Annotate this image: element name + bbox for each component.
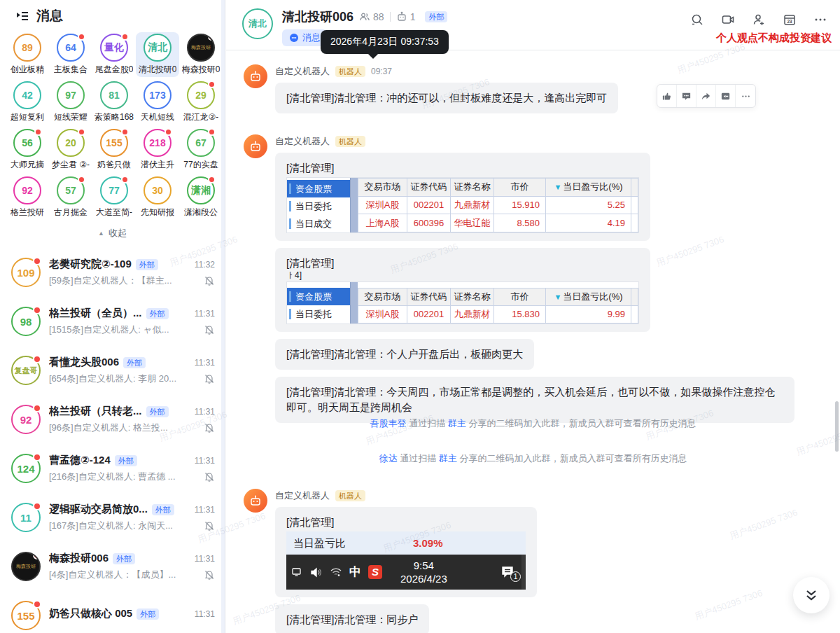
pinned-chat[interactable]: 潇湘潇湘段公 (179, 175, 223, 220)
external-badge: 外部 (136, 259, 158, 270)
chat-list-item[interactable]: 11 逻辑驱动交易简放0...外部11:31 [167条]自定义机器人: 永闯天… (0, 493, 225, 542)
sidebar-scrollbar-track[interactable] (221, 0, 225, 633)
message-bubble-image[interactable]: [清北管理] 当日盈亏比 3.09% 中 S 9:54 2026/4/23 (275, 507, 537, 597)
chat-list-item[interactable]: 98 格兰投研（全员）...外部11:31 [1515条]自定义机器人: ャ似.… (0, 297, 225, 346)
group-avatar[interactable]: 清北 (242, 8, 273, 39)
mute-bell-icon (204, 324, 215, 335)
chat-list-item[interactable]: 梅森投研 梅森投研006外部11:31 [4条]自定义机器人：【成员】... (0, 542, 225, 591)
chat-list-item[interactable]: 复盘哥 看懂龙头股006外部11:31 [654条]自定义机器人: 李朋 20.… (0, 346, 225, 395)
message-tag: [清北管理] (286, 515, 526, 530)
chat-time: 11:31 (195, 554, 215, 564)
pinned-chat[interactable]: 92格兰投研 (6, 175, 49, 220)
avatar: 98 (11, 307, 41, 336)
message-bubble[interactable]: [清北管理]清北管理：个人户开盘后出，板砸肉更大 (275, 339, 534, 370)
cropped-text-fragment: ㅏ4] (286, 271, 639, 280)
message-bubble[interactable]: [清北管理]清北管理：冲的还可以，但封板难度还是大，逢高出完即可 (275, 83, 618, 113)
timestamp-tooltip: 2026年4月23日 09:37:53 (321, 30, 449, 54)
pinned-chat[interactable]: 42超短复利 (6, 80, 49, 125)
pinned-chat[interactable]: 89创业板精 (6, 32, 49, 77)
sender-name[interactable]: 自定义机器人 (275, 65, 330, 78)
chat-title: 格兰投研（只转老... (49, 405, 142, 418)
calendar-icon[interactable]: 23 (783, 13, 797, 27)
pinned-chat[interactable]: 97短线荣耀 (49, 80, 92, 125)
member-link[interactable]: 徐达 (379, 453, 398, 464)
notification-center-icon: 1 (500, 565, 516, 579)
pinned-chat[interactable]: 81索策略168 (92, 80, 136, 125)
message-bubble-table[interactable]: [清北管理] ㅏ4] 资金股票 当日委托 交易市场 证券代码 证券名称 (275, 248, 650, 332)
unread-dot (33, 404, 41, 412)
bot-count[interactable]: 1 (396, 11, 416, 22)
pinned-chat[interactable]: 57古月掘金 (49, 175, 92, 220)
reply-icon[interactable] (677, 85, 696, 107)
external-badge: 外部 (152, 504, 174, 515)
member-count[interactable]: 88 (359, 11, 384, 22)
chat-list-item[interactable]: 155 奶爸只做核心 005外部11:31 (0, 591, 225, 633)
bot-avatar[interactable] (244, 489, 267, 513)
chat-panel: 清北 清北投研006 88 1 外部 消息 23 (226, 0, 840, 633)
sender-name[interactable]: 自定义机器人 (275, 489, 330, 502)
owner-link[interactable]: 群主 (439, 453, 457, 464)
chat-list-item[interactable]: 92 格兰投研（只转老...外部11:31 [96条]自定义机器人: 格兰投..… (0, 395, 225, 444)
forward-icon[interactable] (696, 85, 716, 107)
quote-icon[interactable] (716, 85, 736, 107)
chat-title: 老樊研究院②-109 (49, 258, 132, 271)
member-link[interactable]: 吾股丰登 (370, 418, 407, 429)
add-member-icon[interactable] (752, 13, 766, 27)
unread-dot (33, 306, 41, 314)
pinned-chat[interactable]: 64主板集合 (49, 32, 92, 77)
chat-scrollbar-thumb[interactable] (835, 401, 839, 452)
pinned-chat[interactable]: 173天机短线 (136, 80, 179, 125)
pinned-groups-grid: 89创业板精 64主板集合 量化尾盘金股0 清北清北投研0 梅森投研梅森投研0 … (0, 32, 225, 220)
sender-name[interactable]: 自定义机器人 (275, 135, 330, 148)
pinned-chat-selected[interactable]: 清北清北投研0 (136, 32, 179, 77)
divider (390, 12, 391, 22)
message-list[interactable]: 自定义机器人 机器人 09:37 [清北管理]清北管理：冲的还可以，但封板难度还… (226, 50, 840, 633)
bot-badge: 机器人 (335, 136, 365, 147)
chat-time: 11:31 (195, 456, 215, 466)
pinned-chat[interactable]: 155奶爸只做 (92, 127, 136, 172)
pinned-chat[interactable]: 20梦尘君 ②- (49, 127, 92, 172)
more-actions-icon[interactable] (736, 85, 755, 107)
chat-title: 格兰投研（全员）... (49, 307, 142, 320)
collapse-grid-button[interactable]: ▲ 收起 (0, 224, 225, 242)
message-bubble-table[interactable]: [清北管理] 资金股票 当日委托 当日成交 交易市场 证券代码 (275, 153, 650, 241)
chat-header: 清北 清北投研006 88 1 外部 消息 23 (226, 0, 840, 50)
nav-funds-stocks: 资金股票 (287, 288, 350, 305)
nav-separator (350, 178, 358, 232)
video-call-icon[interactable] (721, 13, 735, 27)
bot-avatar[interactable] (244, 64, 267, 88)
owner-link[interactable]: 群主 (448, 418, 466, 429)
thumbs-up-icon[interactable] (657, 85, 677, 107)
pnl-value: 3.09% (413, 536, 443, 551)
pinned-chat[interactable]: 量化尾盘金股0 (92, 32, 136, 77)
collapse-panel-icon[interactable] (15, 9, 29, 23)
pinned-chat[interactable]: 77大道至简- (92, 175, 136, 220)
pinned-chat[interactable]: 梅森投研梅森投研0 (179, 32, 223, 77)
trading-nav: 资金股票 当日委托 当日成交 (287, 178, 350, 232)
chat-list-item[interactable]: 109 老樊研究院②-109外部11:32 [59条]自定义机器人：【群主... (0, 248, 225, 297)
more-icon[interactable] (813, 13, 827, 27)
pinned-chat[interactable]: 30先知研报 (136, 175, 179, 220)
chat-list-item[interactable]: 124 曹孟德②-124外部11:31 [216条]自定义机器人: 曹孟德 ..… (0, 444, 225, 493)
pinned-chat[interactable]: 218潜伏主升 (136, 127, 179, 172)
chat-time: 11:32 (195, 260, 215, 270)
chat-title: 逻辑驱动交易简放0... (49, 503, 148, 516)
pinned-chat[interactable]: 56大师兄摘 (6, 127, 49, 172)
chat-time: 11:31 (195, 407, 215, 417)
chat-preview: [216条]自定义机器人: 曹孟德 ... (49, 471, 176, 483)
message-bubble[interactable]: [清北管理]清北管理：同步户 (275, 604, 429, 633)
sidebar: 消息 89创业板精 64主板集合 量化尾盘金股0 清北清北投研0 梅森投研梅森投… (0, 0, 225, 633)
header-actions: 23 (690, 13, 827, 27)
pinned-chat[interactable]: 29混江龙②- (179, 80, 223, 125)
unread-dot (33, 502, 41, 510)
search-icon[interactable] (690, 13, 704, 27)
pinned-chat[interactable]: 6777的实盘 (179, 127, 223, 172)
scroll-to-bottom-button[interactable] (793, 577, 830, 613)
unread-dot (33, 257, 41, 265)
chat-title: 看懂龙头股006 (49, 356, 119, 369)
message-bubble[interactable]: [清北管理]清北管理：今天周四，市场正常都是调整的，买入机会延后，也可以不做，如… (275, 377, 794, 423)
avatar: 155 (11, 601, 41, 630)
avatar: 109 (11, 258, 41, 287)
bot-avatar[interactable] (244, 134, 267, 158)
system-message: 吾股丰登 通过扫描 群主 分享的二维码加入此群，新成员入群可查看所有历史消息 (226, 417, 840, 430)
